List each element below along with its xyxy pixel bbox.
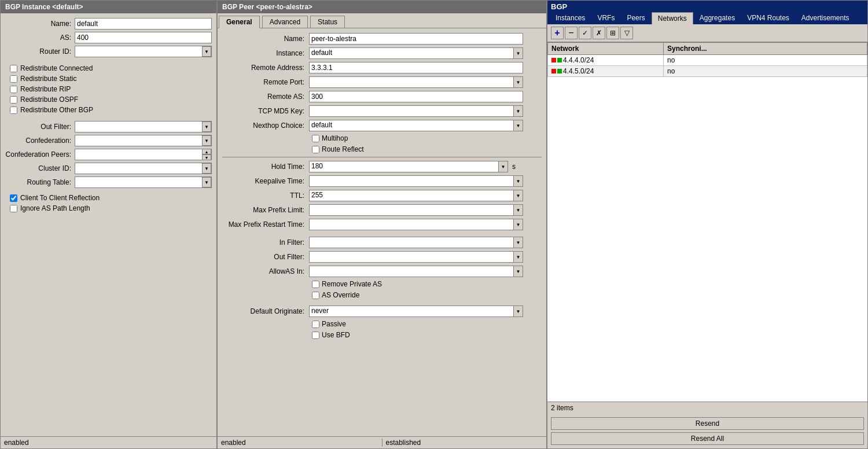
passive-checkbox[interactable] xyxy=(312,321,319,328)
peer-instance-dropdown-btn[interactable]: ▼ xyxy=(513,48,523,58)
tab-advanced[interactable]: Advanced xyxy=(262,16,308,28)
conf-peers-up-btn[interactable]: ▲ xyxy=(202,149,211,154)
cluster-id-dropdown-btn[interactable]: ▼ xyxy=(202,163,211,174)
peer-instance-dropdown[interactable]: default ▼ xyxy=(309,47,523,59)
default-originate-value: never xyxy=(310,306,513,316)
use-bfd-label: Use BFD xyxy=(322,331,350,339)
left-status-text: enabled xyxy=(4,439,29,447)
resend-button[interactable]: Resend xyxy=(551,417,864,430)
in-filter-dropdown-btn[interactable]: ▼ xyxy=(513,237,523,248)
client-reflection-checkbox[interactable] xyxy=(10,194,17,202)
bgp-tab-networks[interactable]: Networks xyxy=(652,12,693,24)
cancel-button[interactable]: ✗ xyxy=(593,27,605,39)
tcp-md5-dropdown-btn[interactable]: ▼ xyxy=(513,106,523,116)
ignore-as-path-checkbox[interactable] xyxy=(10,205,17,212)
tab-general[interactable]: General xyxy=(219,16,260,28)
ttl-dropdown[interactable]: 255 ▼ xyxy=(309,190,523,201)
allowas-value xyxy=(310,266,513,277)
remote-as-input[interactable] xyxy=(309,91,523,102)
default-originate-dropdown-btn[interactable]: ▼ xyxy=(513,306,523,316)
remote-port-dropdown[interactable]: ▼ xyxy=(309,76,523,88)
bgp-tab-aggregates[interactable]: Aggregates xyxy=(694,12,741,24)
confederation-dropdown-btn[interactable]: ▼ xyxy=(202,135,211,146)
hold-time-dropdown[interactable]: 180 ▼ xyxy=(309,161,508,172)
use-bfd-checkbox[interactable] xyxy=(312,332,319,339)
confirm-button[interactable]: ✓ xyxy=(579,27,591,39)
ttl-dropdown-btn[interactable]: ▼ xyxy=(513,190,523,201)
out-filter-dropdown-btn[interactable]: ▼ xyxy=(202,122,211,132)
redist-other-bgp-label: Redistribute Other BGP xyxy=(20,106,93,114)
as-override-label: AS Override xyxy=(322,291,359,299)
hold-time-dropdown-btn[interactable]: ▼ xyxy=(498,161,507,172)
bgp-tab-peers[interactable]: Peers xyxy=(621,12,650,24)
router-id-dropdown[interactable]: ▼ xyxy=(75,46,212,57)
as-input[interactable] xyxy=(75,32,212,43)
as-override-checkbox[interactable] xyxy=(312,292,319,299)
conf-peers-down-btn[interactable]: ▼ xyxy=(202,154,211,160)
confederation-dropdown[interactable]: ▼ xyxy=(75,135,212,146)
routing-table-dropdown-btn[interactable]: ▼ xyxy=(202,177,211,187)
route-reflect-checkbox[interactable] xyxy=(312,146,319,153)
ttl-value: 255 xyxy=(310,190,513,201)
remove-private-checkbox[interactable] xyxy=(312,281,319,288)
peer-instance-label: Instance: xyxy=(222,49,309,57)
nexthop-dropdown-btn[interactable]: ▼ xyxy=(513,120,523,131)
confederation-peers-input[interactable]: ▲ ▼ xyxy=(75,149,212,160)
tab-status[interactable]: Status xyxy=(310,16,345,28)
cluster-id-dropdown[interactable]: ▼ xyxy=(75,163,212,174)
keepalive-dropdown-btn[interactable]: ▼ xyxy=(513,176,523,186)
multihop-checkbox[interactable] xyxy=(312,135,319,142)
remove-button[interactable]: − xyxy=(565,27,578,39)
max-prefix-dropdown-btn[interactable]: ▼ xyxy=(513,205,523,215)
remote-port-label: Remote Port: xyxy=(222,78,309,86)
redist-ospf-checkbox[interactable] xyxy=(10,96,17,104)
max-prefix-restart-value xyxy=(310,219,513,230)
filter-button[interactable]: ▽ xyxy=(620,27,633,39)
peer-tabs: General Advanced Status xyxy=(218,13,546,28)
name-input[interactable] xyxy=(75,18,212,30)
add-button[interactable]: + xyxy=(551,27,564,39)
bgp-tab-advertisements[interactable]: Advertisements xyxy=(796,12,855,24)
nexthop-dropdown[interactable]: default ▼ xyxy=(309,120,523,131)
max-prefix-restart-dropdown-btn[interactable]: ▼ xyxy=(513,219,523,230)
properties-button[interactable]: ⊞ xyxy=(606,27,619,39)
allowas-dropdown-btn[interactable]: ▼ xyxy=(513,266,523,277)
redist-other-bgp-checkbox[interactable] xyxy=(10,106,17,114)
bgp-tab-instances[interactable]: Instances xyxy=(550,12,591,24)
out-filter-dropdown[interactable]: ▼ xyxy=(75,121,212,133)
router-id-dropdown-btn[interactable]: ▼ xyxy=(202,46,211,57)
redist-other-bgp-row: Redistribute Other BGP xyxy=(5,106,212,114)
peer-name-input[interactable] xyxy=(309,33,523,45)
table-row: 4.4.5.0/24 no xyxy=(548,66,867,77)
confederation-label: Confederation: xyxy=(5,137,75,145)
peer-out-filter-dropdown-btn[interactable]: ▼ xyxy=(513,252,523,262)
peer-out-filter-dropdown[interactable]: ▼ xyxy=(309,251,523,263)
allowas-label: AllowAS In: xyxy=(222,267,309,275)
bgp-tab-vrfs[interactable]: VRFs xyxy=(591,12,620,24)
ignore-as-path-row: Ignore AS Path Length xyxy=(5,204,212,212)
tcp-md5-dropdown[interactable]: ▼ xyxy=(309,105,523,117)
redist-ospf-label: Redistribute OSPF xyxy=(20,95,78,104)
remote-port-dropdown-btn[interactable]: ▼ xyxy=(513,77,523,87)
allowas-dropdown[interactable]: ▼ xyxy=(309,266,523,277)
in-filter-dropdown[interactable]: ▼ xyxy=(309,237,523,248)
remote-address-label: Remote Address: xyxy=(222,64,309,72)
routing-table-dropdown[interactable]: ▼ xyxy=(75,176,212,188)
bgp-peer-panel: BGP Peer <peer-to-alestra> General Advan… xyxy=(217,0,547,449)
networks-toolbar: + − ✓ ✗ ⊞ ▽ xyxy=(547,24,867,42)
redist-connected-checkbox[interactable] xyxy=(10,65,17,72)
redist-static-checkbox[interactable] xyxy=(10,75,17,83)
bgp-tab-vpn4-routes[interactable]: VPN4 Routes xyxy=(741,12,795,24)
routing-table-label: Routing Table: xyxy=(5,178,75,186)
resend-all-button[interactable]: Resend All xyxy=(551,432,864,445)
max-prefix-dropdown[interactable]: ▼ xyxy=(309,204,523,216)
max-prefix-restart-dropdown[interactable]: ▼ xyxy=(309,219,523,230)
default-originate-dropdown[interactable]: never ▼ xyxy=(309,306,523,317)
remote-address-input[interactable] xyxy=(309,62,523,73)
hold-time-value: 180 xyxy=(310,161,498,172)
sync-cell-1: no xyxy=(664,55,867,66)
keepalive-dropdown[interactable]: ▼ xyxy=(309,175,523,187)
bgp-title: BGP xyxy=(551,2,567,11)
bgp-instance-panel: BGP Instance <default> Name: AS: Router … xyxy=(0,0,217,449)
redist-rip-checkbox[interactable] xyxy=(10,86,17,93)
